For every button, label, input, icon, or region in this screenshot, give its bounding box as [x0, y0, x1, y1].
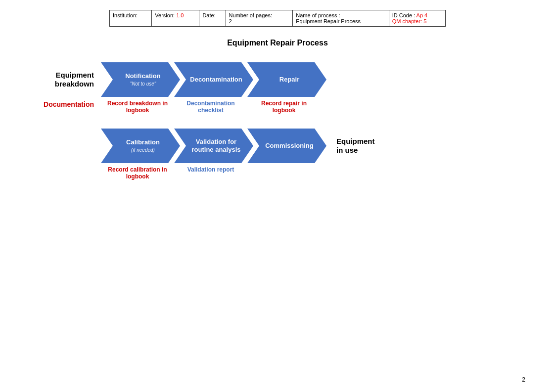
doc-item-repair: Record repair in logbook [247, 100, 321, 114]
page-title: Equipment Repair Process [30, 39, 525, 47]
arrow-notification-text: Notification [125, 72, 161, 80]
process-label: Name of process : [296, 12, 340, 18]
arrow-calibration: Calibration (if needed) [101, 129, 180, 163]
arrow-validation: Validation forroutine analysis [174, 129, 253, 163]
institution-label: Institution: [113, 12, 138, 18]
doc-item-breakdown: Record breakdown in logbook [101, 100, 174, 114]
qm-label: QM chapter: [392, 18, 422, 24]
date-label: Date: [202, 12, 215, 18]
doc-item-decontamination: Decontamination checklist [174, 100, 247, 114]
doc-spacer: Documentation [30, 100, 101, 109]
page: Institution: Version: 1.0 Date: Number o… [0, 0, 555, 392]
flow-row-2: Calibration (if needed) Validation forro… [30, 129, 525, 163]
id-cell: ID Code : Ap 4 QM chapter: 5 [389, 10, 445, 27]
doc-items-row2: Record calibration in logbook Validation… [101, 166, 247, 180]
flow-section-2: Calibration (if needed) Validation forro… [30, 129, 525, 180]
doc-row-2: Record calibration in logbook Validation… [30, 166, 525, 180]
arrow-notification-sub: "Not to use" [130, 81, 156, 87]
date-cell: Date: [199, 10, 226, 27]
flow-end-label: Equipmentin use [336, 137, 375, 155]
institution-cell: Institution: [110, 10, 152, 27]
arrow-validation-text: Validation forroutine analysis [192, 138, 241, 153]
page-number: 2 [522, 376, 525, 383]
pages-cell: Number of pages: 2 [226, 10, 293, 27]
arrow-commissioning: Commissioning [247, 129, 326, 163]
qm-value: 5 [423, 18, 426, 24]
doc-item-calibration: Record calibration in logbook [101, 166, 174, 180]
arrow-calibration-text: Calibration [126, 138, 160, 146]
arrow-decontamination-text: Decontamination [190, 76, 242, 84]
header-table: Institution: Version: 1.0 Date: Number o… [109, 10, 446, 27]
arrow-notification: Notification "Not to use" [101, 62, 180, 97]
flow-section-1: Equipmentbreakdown Notification "Not to … [30, 62, 525, 114]
arrows-row1: Notification "Not to use" Decontaminatio… [101, 62, 326, 97]
pages-label: Number of pages: [229, 12, 272, 18]
flow-row-1: Equipmentbreakdown Notification "Not to … [30, 62, 525, 97]
arrow-decontamination: Decontamination [174, 62, 253, 97]
doc-items-row1: Record breakdown in logbook Decontaminat… [101, 100, 321, 114]
version-cell: Version: 1.0 [152, 10, 199, 27]
process-value: Equipment Repair Process [296, 18, 361, 24]
process-cell: Name of process : Equipment Repair Proce… [293, 10, 389, 27]
arrow-calibration-sub: (if needed) [131, 147, 155, 153]
arrow-repair-text: Repair [279, 76, 299, 84]
doc-item-validation: Validation report [174, 166, 247, 180]
arrow-repair: Repair [247, 62, 326, 97]
id-label: ID Code : [392, 12, 415, 18]
pages-value: 2 [229, 18, 232, 24]
version-label: Version: [155, 12, 175, 18]
doc-label: Documentation [30, 100, 94, 109]
arrows-row2: Calibration (if needed) Validation forro… [101, 129, 375, 163]
id-value: Ap 4 [416, 12, 428, 18]
doc-row-1: Documentation Record breakdown in logboo… [30, 100, 525, 114]
arrow-commissioning-text: Commissioning [265, 142, 314, 150]
version-value: 1.0 [176, 12, 184, 18]
row1-label: Equipmentbreakdown [30, 71, 94, 88]
